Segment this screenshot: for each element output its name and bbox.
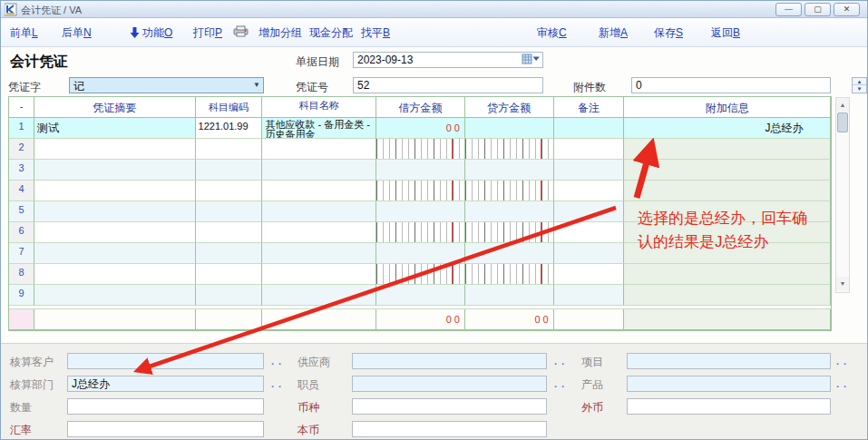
attachments-input[interactable]	[631, 77, 831, 93]
minimize-icon[interactable]: —	[775, 3, 802, 16]
combo-arrow-icon[interactable]: ▼	[253, 81, 260, 89]
customer-field-lookup-button[interactable]: . .	[271, 356, 282, 367]
grid-cell-debit[interactable]	[376, 139, 465, 160]
grid-cell-code[interactable]	[196, 222, 263, 243]
grid-cell-extra[interactable]: J总经办	[624, 118, 830, 139]
grid-cell-debit[interactable]	[376, 243, 465, 264]
grid-cell-summary[interactable]: 测试	[34, 118, 196, 139]
employee-field[interactable]	[352, 376, 547, 392]
grid-cell-debit[interactable]	[376, 201, 465, 222]
grid-cell-extra[interactable]	[624, 181, 830, 201]
grid-cell-code[interactable]: 1221.01.99	[196, 118, 263, 139]
grid-cell-name[interactable]	[262, 222, 376, 243]
voucher-word-combo[interactable]: 记 ▼	[69, 77, 264, 93]
grid-cell-note[interactable]	[554, 309, 625, 330]
grid-cell-credit[interactable]	[465, 264, 554, 285]
attachments-stepper[interactable]: ▲ ▼	[852, 77, 867, 93]
maximize-icon[interactable]: ▢	[805, 3, 831, 16]
grid-cell-name[interactable]: 其他应收款 - 备用金类 - 历史备用金	[262, 118, 376, 139]
audit-button[interactable]: 审核C	[537, 25, 567, 41]
grid-cell-note[interactable]	[554, 201, 625, 222]
grid-cell-name[interactable]	[262, 139, 376, 160]
project-field[interactable]	[627, 353, 831, 369]
grid-scrollbar[interactable]: ▲ ▼	[835, 97, 850, 293]
foreign-currency-field[interactable]	[627, 398, 831, 415]
grid-cell-summary[interactable]	[34, 139, 196, 160]
grid-cell-code[interactable]	[196, 243, 263, 264]
grid-cell-summary[interactable]	[34, 264, 196, 285]
calendar-dropdown-icon[interactable]	[520, 54, 541, 66]
grid-cell-note[interactable]	[554, 264, 625, 285]
grid-cell-extra[interactable]	[624, 285, 830, 306]
spinner-down-icon[interactable]: ▼	[853, 85, 866, 93]
grid-cell-debit[interactable]: 00	[376, 309, 465, 330]
grid-cell-note[interactable]	[554, 243, 625, 264]
next-doc-button[interactable]: 后单N	[62, 25, 92, 41]
grid-cell-note[interactable]	[554, 181, 625, 201]
exchange-rate-field[interactable]	[67, 421, 264, 437]
grid-cell-debit[interactable]	[376, 181, 465, 201]
grid-cell-credit[interactable]	[465, 285, 554, 306]
grid-cell-name[interactable]	[262, 181, 376, 201]
grid-cell-note[interactable]	[554, 139, 625, 160]
project-field-lookup-button[interactable]: . .	[836, 356, 847, 367]
grid-cell-note[interactable]	[554, 118, 625, 139]
grid-cell-code[interactable]	[196, 160, 263, 181]
grid-cell-credit[interactable]: 00	[465, 309, 554, 330]
back-button[interactable]: 返回B	[711, 25, 740, 41]
grid-cell-name[interactable]	[262, 285, 376, 306]
product-field[interactable]	[627, 376, 831, 392]
add-group-button[interactable]: 增加分组	[258, 25, 302, 41]
grid-cell-code[interactable]	[196, 264, 263, 285]
grid-cell-name[interactable]	[262, 201, 376, 222]
grid-cell-debit[interactable]	[376, 285, 465, 306]
grid-cell-summary[interactable]	[34, 160, 196, 181]
grid-cell-extra[interactable]	[624, 264, 830, 285]
department-field[interactable]	[67, 376, 264, 392]
grid-cell-note[interactable]	[554, 160, 625, 181]
new-button[interactable]: 新增A	[599, 25, 628, 41]
grid-cell-summary[interactable]	[34, 222, 196, 243]
grid-cell-debit[interactable]: 00	[376, 118, 465, 139]
grid-cell-note[interactable]	[554, 222, 625, 243]
grid-cell-debit[interactable]	[376, 222, 465, 243]
grid-cell-code[interactable]	[196, 285, 263, 306]
grid-cell-extra[interactable]	[624, 139, 830, 160]
prev-doc-button[interactable]: 前单L	[10, 25, 38, 41]
grid-cell-credit[interactable]	[465, 243, 554, 264]
balance-button[interactable]: 找平B	[361, 25, 390, 41]
grid-cell-code[interactable]	[196, 139, 263, 160]
grid-cell-summary[interactable]	[34, 181, 196, 201]
grid-cell-credit[interactable]	[465, 201, 554, 222]
grid-cell-name[interactable]	[262, 160, 376, 181]
close-icon[interactable]: ✕	[834, 3, 860, 16]
grid-cell-summary[interactable]	[34, 201, 196, 222]
grid-cell-summary[interactable]	[34, 285, 196, 306]
date-input[interactable]: 2023-09-13	[353, 52, 543, 68]
grid-cell-debit[interactable]	[376, 160, 465, 181]
grid-cell-credit[interactable]	[465, 181, 554, 201]
grid-cell-name[interactable]	[262, 264, 376, 285]
grid-cell-credit[interactable]	[465, 222, 554, 243]
scrollbar-down-icon[interactable]: ▼	[836, 277, 849, 290]
product-field-lookup-button[interactable]: . .	[836, 378, 847, 389]
scrollbar-thumb[interactable]	[837, 112, 848, 132]
print-button[interactable]: 打印P	[193, 25, 222, 41]
customer-field[interactable]	[67, 353, 264, 369]
grid-cell-code[interactable]	[196, 201, 263, 222]
quantity-field[interactable]	[67, 398, 264, 415]
functions-button[interactable]: 功能O	[130, 25, 172, 41]
supplier-field-lookup-button[interactable]: . .	[554, 356, 565, 367]
grid-cell-debit[interactable]	[376, 264, 465, 285]
currency-field[interactable]	[352, 398, 547, 415]
department-field-lookup-button[interactable]: . .	[271, 378, 282, 389]
employee-field-lookup-button[interactable]: . .	[554, 378, 565, 389]
grid-cell-summary[interactable]	[34, 309, 196, 330]
grid-cell-code[interactable]	[196, 181, 263, 201]
base-currency-field[interactable]	[352, 421, 547, 437]
scrollbar-up-icon[interactable]: ▲	[836, 98, 849, 112]
supplier-field[interactable]	[352, 353, 547, 369]
grid-cell-credit[interactable]	[465, 160, 554, 181]
grid-cell-summary[interactable]	[34, 243, 196, 264]
grid-cell-code[interactable]	[196, 309, 263, 330]
